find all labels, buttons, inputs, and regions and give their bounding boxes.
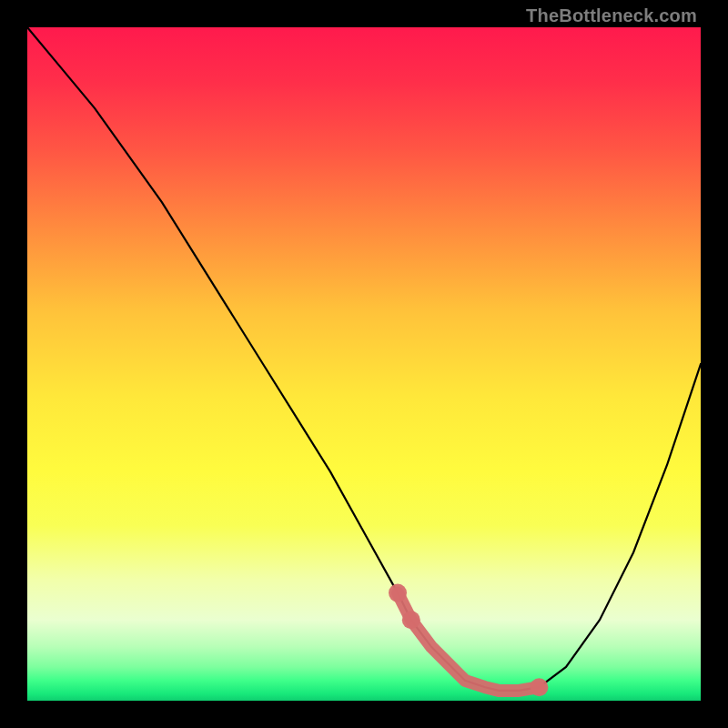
plot-area [27, 27, 701, 701]
highlight-band [398, 593, 539, 691]
svg-point-0 [389, 584, 407, 602]
svg-point-1 [402, 611, 420, 629]
svg-point-2 [530, 678, 548, 696]
watermark-text: TheBottleneck.com [526, 5, 697, 26]
bottleneck-curve [27, 27, 701, 691]
curve-layer [27, 27, 701, 701]
chart-frame: TheBottleneck.com [0, 0, 728, 728]
